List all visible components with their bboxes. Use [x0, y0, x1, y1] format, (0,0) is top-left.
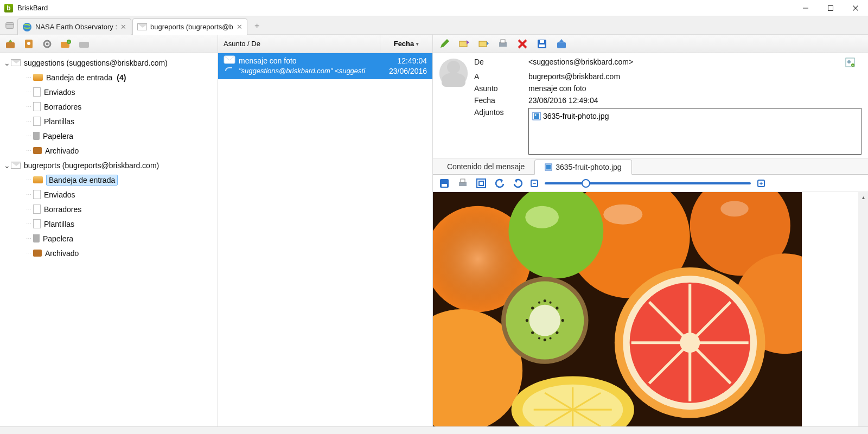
svg-rect-38: [477, 179, 486, 188]
content-tabs: Contenido del mensaje 3635-fruit-photo.j…: [433, 158, 868, 175]
folder-trash[interactable]: ⋯Papelera: [0, 129, 218, 143]
folder-archive[interactable]: ⋯Archivado: [0, 143, 218, 158]
account-node[interactable]: ⌄ suggestions (suggestions@briskbard.com…: [0, 55, 218, 70]
tab-label: NASA Earth Observatory :: [35, 23, 117, 31]
svg-point-77: [680, 333, 700, 353]
zoom-out-button[interactable]: −: [531, 180, 538, 187]
folder-icon[interactable]: [78, 38, 90, 50]
svg-rect-30: [534, 113, 539, 119]
tab-close-icon[interactable]: ✕: [120, 23, 126, 31]
vertical-scrollbar[interactable]: ▴: [858, 192, 868, 426]
folder-tree: ⌄ suggestions (suggestions@briskbard.com…: [0, 53, 218, 263]
rotate-right-icon[interactable]: [512, 177, 524, 189]
envelope-icon: [137, 23, 147, 30]
svg-point-58: [544, 299, 546, 302]
trash-icon: [33, 132, 40, 140]
compose-icon[interactable]: [438, 38, 450, 50]
settings-icon[interactable]: [41, 38, 53, 50]
sent-icon: [33, 190, 41, 199]
save-icon[interactable]: [536, 38, 548, 50]
image-toolbar: − +: [433, 175, 868, 192]
delete-icon[interactable]: [516, 38, 528, 50]
value-subject: mensaje con foto: [528, 84, 861, 93]
inbox-icon: [33, 74, 43, 81]
collapse-icon[interactable]: ⌄: [3, 161, 11, 170]
label-date: Fecha: [474, 96, 528, 105]
message-list-header: Asunto / De Fecha▾: [218, 35, 432, 53]
sort-arrow-icon: ▾: [416, 41, 419, 47]
home-button[interactable]: [3, 19, 16, 32]
maximize-button[interactable]: [818, 0, 843, 16]
sidebar-toolbar: +: [0, 35, 218, 53]
new-tab-button[interactable]: +: [251, 20, 264, 33]
folder-inbox[interactable]: ⋯Bandeja de entrada(4): [0, 70, 218, 85]
folder-templates[interactable]: ⋯Plantillas: [0, 114, 218, 129]
svg-rect-15: [79, 42, 89, 48]
svg-point-59: [544, 339, 546, 341]
tab-bugreports[interactable]: bugreports (bugreports@b ✕: [132, 18, 247, 35]
tab-message-content[interactable]: Contenido del mensaje: [437, 159, 534, 174]
folder-templates[interactable]: ⋯Plantillas: [0, 216, 218, 231]
scroll-up-icon[interactable]: ▴: [862, 194, 865, 200]
tab-close-icon[interactable]: ✕: [237, 23, 242, 31]
folder-archive[interactable]: ⋯Archivado: [0, 246, 218, 260]
close-button[interactable]: [843, 0, 868, 16]
zoom-thumb[interactable]: [582, 179, 590, 188]
value-date: 23/06/2016 12:49:04: [528, 96, 861, 105]
zoom-in-button[interactable]: +: [757, 180, 765, 187]
svg-rect-23: [540, 40, 544, 43]
svg-point-62: [531, 307, 534, 309]
print-image-icon[interactable]: [457, 177, 469, 189]
account-node[interactable]: ⌄ bugreports (bugreports@briskbard.com): [0, 158, 218, 173]
svg-point-31: [535, 114, 537, 116]
tab-image-attachment[interactable]: 3635-fruit-photo.jpg: [534, 159, 631, 175]
zoom-slider[interactable]: [545, 182, 751, 184]
fetch-mail-icon[interactable]: [4, 38, 16, 50]
svg-point-11: [46, 42, 49, 45]
archive-icon: [33, 250, 42, 257]
minimize-button[interactable]: [793, 0, 818, 16]
print-icon[interactable]: [497, 38, 509, 50]
svg-rect-18: [479, 41, 487, 47]
inbox-icon: [33, 176, 43, 183]
rotate-left-icon[interactable]: [494, 177, 506, 189]
reply-icon[interactable]: [458, 38, 470, 50]
svg-rect-20: [501, 40, 505, 43]
message-item[interactable]: mensaje con foto 12:49:04 "suggestions@b…: [218, 53, 432, 79]
folder-trash[interactable]: ⋯Papelera: [0, 231, 218, 246]
folder-drafts[interactable]: ⋯Borradores: [0, 202, 218, 216]
svg-point-65: [556, 331, 558, 334]
column-subject[interactable]: Asunto / De: [218, 35, 380, 53]
address-book-icon[interactable]: [23, 38, 35, 50]
svg-point-79: [720, 201, 748, 216]
svg-point-64: [531, 331, 534, 334]
sent-icon: [33, 87, 41, 97]
tab-nasa[interactable]: NASA Earth Observatory : ✕: [17, 18, 131, 35]
svg-rect-35: [442, 184, 447, 187]
svg-rect-37: [461, 179, 465, 182]
folder-sent[interactable]: ⋯Enviados: [0, 187, 218, 202]
attachment-name: 3635-fruit-photo.jpg: [543, 112, 609, 120]
export-icon[interactable]: [556, 38, 567, 50]
save-image-icon[interactable]: [438, 177, 450, 189]
folder-sent[interactable]: ⋯Enviados: [0, 85, 218, 99]
svg-point-67: [550, 302, 552, 304]
forward-icon[interactable]: [477, 38, 489, 50]
folder-inbox[interactable]: ⋯Bandeja de entrada: [0, 173, 218, 187]
envelope-icon: [224, 55, 235, 66]
message-from: "suggestions@briskbard.com" <suggesti: [239, 67, 389, 75]
folder-drafts[interactable]: ⋯Borradores: [0, 99, 218, 114]
collapse-icon[interactable]: ⌄: [3, 59, 11, 67]
svg-point-69: [550, 337, 552, 339]
fit-screen-icon[interactable]: [475, 177, 487, 189]
image-area[interactable]: [433, 192, 802, 426]
svg-rect-33: [546, 165, 551, 170]
reader-pane: De <suggestions@briskbard.com> + A bugre…: [433, 35, 868, 426]
attachment-item[interactable]: 3635-fruit-photo.jpg: [532, 112, 858, 120]
reader-toolbar: [433, 35, 868, 53]
add-contact-icon[interactable]: +: [845, 58, 861, 69]
attachments-box[interactable]: 3635-fruit-photo.jpg: [528, 108, 861, 155]
column-date[interactable]: Fecha▾: [380, 35, 432, 53]
new-folder-icon[interactable]: +: [60, 38, 72, 50]
value-to: bugreports@briskbard.com: [528, 72, 861, 81]
